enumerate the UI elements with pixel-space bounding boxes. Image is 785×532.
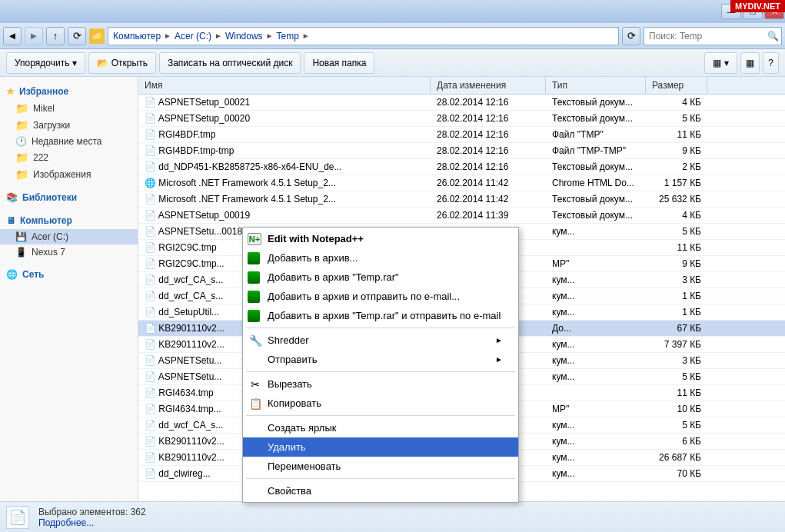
sidebar-item-mikel[interactable]: 📁 Mikel bbox=[0, 100, 138, 117]
folder-icon-downloads: 📁 bbox=[15, 119, 28, 131]
file-type-cell: кум... bbox=[546, 434, 646, 449]
view-button[interactable]: ▦ ▾ bbox=[704, 52, 737, 74]
libraries-header[interactable]: 📚 Библиотеки bbox=[0, 189, 138, 206]
context-menu-item[interactable]: Создать ярлык bbox=[243, 418, 518, 437]
table-row[interactable]: 📄 ASPNETSetup_00020 28.02.2014 12:16 Тек… bbox=[138, 111, 785, 127]
favorites-label: Избранное bbox=[19, 86, 68, 97]
ctx-item-label: Удалить bbox=[268, 441, 306, 453]
file-icon: 📄 bbox=[145, 226, 156, 237]
search-input[interactable] bbox=[649, 31, 764, 42]
send-icon bbox=[248, 352, 263, 367]
sidebar-item-acer[interactable]: 💾 Acer (C:) bbox=[0, 229, 138, 244]
breadcrumb-computer[interactable]: Компьютер bbox=[113, 31, 161, 42]
context-menu-item[interactable]: Отправить► bbox=[243, 350, 518, 369]
burn-label: Записать на оптический диск bbox=[168, 58, 293, 68]
context-menu-item[interactable]: 🔧Shredder► bbox=[243, 331, 518, 350]
file-type-cell: кум... bbox=[546, 224, 646, 239]
table-row[interactable]: 📄 ASPNETSetup_00019 26.02.2014 11:39 Тек… bbox=[138, 208, 785, 224]
col-header-size[interactable]: Размер bbox=[646, 77, 707, 94]
forward-button[interactable]: ► bbox=[25, 27, 43, 45]
new-folder-button[interactable]: Новая папка bbox=[304, 52, 374, 74]
file-name-cell: 📄 dd_NDP451-KB2858725-x86-x64-ENU_de... bbox=[138, 159, 431, 175]
breadcrumb-sep-1: ► bbox=[164, 32, 171, 40]
sidebar-item-222[interactable]: 📁 222 bbox=[0, 149, 138, 166]
context-menu-item[interactable]: Добавить в архив... bbox=[243, 248, 518, 268]
computer-header[interactable]: 🖥 Компьютер bbox=[0, 212, 138, 229]
table-row[interactable]: 📄 RGI4BDF.tmp-tmp 28.02.2014 12:16 Файл … bbox=[138, 143, 785, 159]
table-row[interactable]: 📄 dd_NDP451-KB2858725-x86-x64-ENU_de... … bbox=[138, 159, 785, 175]
back-button[interactable]: ◄ bbox=[3, 27, 22, 45]
context-menu-separator bbox=[246, 478, 515, 479]
file-icon: 📄 bbox=[145, 371, 156, 382]
change-view-button[interactable]: ▦ bbox=[740, 52, 760, 74]
file-icon: 📄 bbox=[145, 97, 156, 108]
file-date-cell: 28.02.2014 12:16 bbox=[431, 127, 546, 142]
file-date-cell: 28.02.2014 12:16 bbox=[431, 159, 546, 175]
ctx-item-label: Добавить в архив... bbox=[268, 252, 358, 264]
breadcrumb-sep-2: ► bbox=[215, 32, 222, 40]
search-box[interactable]: 🔍 bbox=[644, 27, 782, 45]
sidebar-item-images[interactable]: 📁 Изображения bbox=[0, 166, 138, 183]
table-row[interactable]: 📄 Microsoft .NET Framework 4.5.1 Setup_2… bbox=[138, 191, 785, 208]
file-icon: 📄 bbox=[145, 145, 156, 156]
network-header[interactable]: 🌐 Сеть bbox=[0, 266, 138, 283]
sidebar-item-nexus[interactable]: 📱 Nexus 7 bbox=[0, 244, 138, 260]
file-type-cell: MP" bbox=[546, 401, 646, 417]
context-menu-item[interactable]: Добавить в архив "Temp.rar" bbox=[243, 268, 518, 287]
table-row[interactable]: 📄 ASPNETSetup_00021 28.02.2014 12:16 Тек… bbox=[138, 95, 785, 111]
help-icon: ? bbox=[768, 58, 773, 68]
address-path[interactable]: Компьютер ► Acer (C:) ► Windows ► Temp ► bbox=[108, 27, 619, 45]
context-menu-item[interactable]: N+Edit with Notepad++ bbox=[243, 229, 518, 248]
organize-button[interactable]: Упорядочить ▾ bbox=[6, 52, 85, 74]
file-size-cell: 5 КБ bbox=[646, 417, 707, 433]
col-header-name[interactable]: Имя bbox=[138, 77, 431, 94]
archive-icon bbox=[248, 310, 260, 322]
refresh-button[interactable]: ⟳ bbox=[68, 27, 86, 45]
file-size-cell: 9 КБ bbox=[646, 143, 707, 158]
file-type-cell: кум... bbox=[546, 369, 646, 384]
context-menu-item[interactable]: Переименовать bbox=[243, 457, 518, 476]
context-menu-item[interactable]: 📋Копировать bbox=[243, 394, 518, 413]
file-icon: 📄 bbox=[145, 404, 156, 414]
ctx-item-label: Добавить в архив и отправить по e-mail..… bbox=[268, 291, 460, 302]
context-menu-separator bbox=[246, 371, 515, 372]
context-menu-item[interactable]: Добавить в архив "Temp.rar" и отправить … bbox=[243, 306, 518, 325]
context-menu-item[interactable]: ✂Вырезать bbox=[243, 374, 518, 394]
context-menu-item[interactable]: Свойства bbox=[243, 481, 518, 500]
file-size-cell: 3 КБ bbox=[646, 353, 707, 368]
file-type-cell: Текстовый докум... bbox=[546, 208, 646, 223]
col-header-type[interactable]: Тип bbox=[546, 77, 646, 94]
favorites-header[interactable]: ★ Избранное bbox=[0, 83, 138, 100]
sidebar-item-downloads[interactable]: 📁 Загрузки bbox=[0, 117, 138, 134]
status-link[interactable]: Подробнее... bbox=[38, 517, 146, 528]
table-row[interactable]: 🌐 Microsoft .NET Framework 4.5.1 Setup_2… bbox=[138, 175, 785, 191]
up-button[interactable]: ↑ bbox=[46, 27, 65, 45]
open-button[interactable]: 📂 Открыть bbox=[88, 52, 156, 74]
burn-button[interactable]: Записать на оптический диск bbox=[159, 52, 301, 74]
sidebar-item-recent[interactable]: 🕐 Недавние места bbox=[0, 134, 138, 149]
file-type-cell: кум... bbox=[546, 304, 646, 320]
network-label: Сеть bbox=[22, 269, 44, 280]
breadcrumb-temp[interactable]: Temp bbox=[277, 31, 299, 42]
open-label: Открыть bbox=[111, 58, 148, 68]
breadcrumb-acer[interactable]: Acer (C:) bbox=[175, 31, 211, 42]
file-type-cell: Файл "TMP" bbox=[546, 127, 646, 142]
refresh-address-button[interactable]: ⟳ bbox=[622, 27, 640, 45]
context-menu-item[interactable]: Добавить в архив и отправить по e-mail..… bbox=[243, 287, 518, 306]
file-icon: 📄 bbox=[145, 194, 156, 204]
notepadpp-icon: N+ bbox=[248, 233, 261, 245]
context-menu-item[interactable]: 🛡Удалить bbox=[243, 437, 518, 457]
ctx-item-label: Отправить bbox=[268, 354, 317, 365]
breadcrumb-windows[interactable]: Windows bbox=[225, 31, 263, 42]
mikel-label: Mikel bbox=[33, 103, 55, 114]
change-view-icon: ▦ bbox=[746, 58, 754, 68]
folder-222-label: 222 bbox=[33, 152, 48, 163]
file-name-cell: 🌐 Microsoft .NET Framework 4.5.1 Setup_2… bbox=[138, 175, 431, 191]
help-button[interactable]: ? bbox=[763, 52, 779, 74]
col-header-date[interactable]: Дата изменения bbox=[431, 77, 546, 94]
table-row[interactable]: 📄 RGI4BDF.tmp 28.02.2014 12:16 Файл "TMP… bbox=[138, 127, 785, 143]
file-type-cell: Chrome HTML Do... bbox=[546, 175, 646, 191]
drive-icon-acer: 💾 bbox=[15, 231, 27, 242]
file-size-cell: 6 КБ bbox=[646, 434, 707, 449]
file-icon: 📄 bbox=[145, 387, 156, 398]
